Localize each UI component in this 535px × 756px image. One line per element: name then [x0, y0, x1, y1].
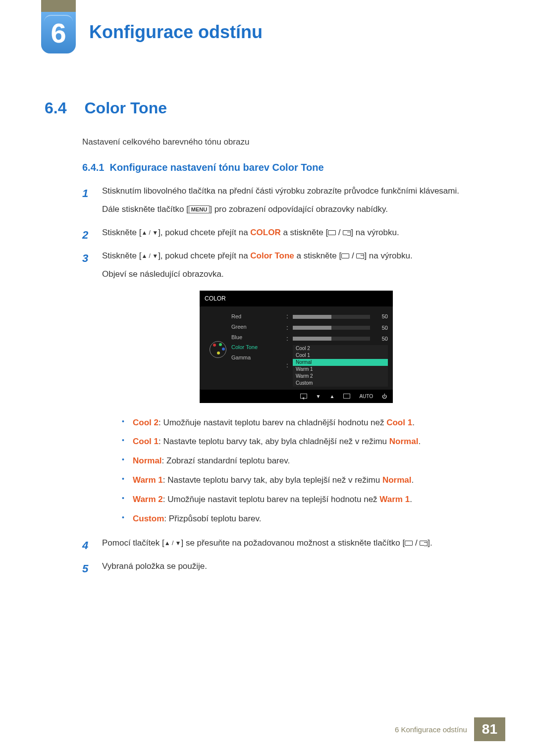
up-down-icon: ▲ / ▼	[141, 252, 158, 259]
enter-icon	[343, 230, 351, 235]
bullet-item: Warm 2: Umožňuje nastavit teplotu barev …	[122, 493, 490, 507]
back-icon: ◂	[300, 394, 307, 399]
osd-item-green: Green	[231, 322, 286, 332]
power-icon: ⏻	[382, 392, 387, 401]
footer-text: 6 Konfigurace odstínu	[388, 720, 474, 739]
osd-value-green: 50	[374, 323, 388, 333]
step-4: 4 Pomocí tlačítek [▲ / ▼] se přesuňte na…	[82, 536, 490, 554]
step-number: 4	[82, 536, 93, 554]
bullet-item: Warm 1: Nastavte teplotu barvy tak, aby …	[122, 473, 490, 488]
osd-screenshot: COLOR Red Green Blue Color Tone Gamma	[200, 291, 393, 403]
osd-dropdown: Cool 2 Cool 1 Normal Warm 1 Warm 2 Custo…	[293, 345, 388, 387]
enter-icon	[420, 541, 428, 546]
source-icon	[341, 253, 349, 258]
osd-item-red: Red	[231, 311, 286, 322]
step-1: 1 Stisknutím libovolného tlačítka na pře…	[82, 184, 490, 221]
section-title: Color Tone	[84, 99, 167, 117]
step-3: 3 Stiskněte [▲ / ▼], pokud chcete přejít…	[82, 249, 490, 531]
osd-item-gamma: Gamma	[231, 353, 286, 363]
step-number: 2	[82, 226, 93, 244]
bullet-item: Cool 2: Umožňuje nastavit teplotu barev …	[122, 416, 490, 430]
step-2: 2 Stiskněte [▲ / ▼], pokud chcete přejít…	[82, 226, 490, 244]
down-icon: ▼	[316, 392, 321, 401]
subsection-heading: 6.4.1 Konfigurace nastavení tónu barev C…	[82, 162, 490, 173]
osd-option: Cool 2	[293, 345, 388, 352]
step-text: Stiskněte [▲ / ▼], pokud chcete přejít n…	[102, 226, 490, 240]
chapter-title: Konfigurace odstínu	[89, 22, 263, 43]
osd-option: Warm 2	[293, 373, 388, 380]
page-footer: 6 Konfigurace odstínu 81	[388, 717, 505, 741]
keyword: Color Tone	[250, 251, 294, 260]
bullet-item: Cool 1: Nastavte teplotu barvy tak, aby …	[122, 435, 490, 449]
step-text: Stiskněte [▲ / ▼], pokud chcete přejít n…	[102, 249, 490, 263]
up-icon: ▲	[329, 392, 334, 401]
up-down-icon: ▲ / ▼	[141, 229, 158, 236]
step-number: 1	[82, 184, 93, 221]
step-text: Stisknutím libovolného tlačítka na předn…	[102, 184, 490, 199]
osd-menu: Red Green Blue Color Tone Gamma	[231, 311, 286, 387]
section-number: 6.4	[45, 99, 66, 117]
header-accent	[41, 0, 76, 12]
chapter-badge: 6	[41, 12, 76, 53]
osd-item-blue: Blue	[231, 332, 286, 343]
subsection-number: 6.4.1	[82, 162, 104, 173]
menu-key-icon: MENU	[189, 205, 210, 213]
subsection-title: Konfigurace nastavení tónu barev Color T…	[110, 162, 324, 173]
step-5: 5 Vybraná položka se použije.	[82, 559, 490, 578]
osd-footer: ◂ ▼ ▲ AUTO ⏻	[200, 390, 393, 403]
osd-value-red: 50	[374, 312, 388, 321]
step-text: Pomocí tlačítek [▲ / ▼] se přesuňte na p…	[102, 536, 490, 551]
osd-option: Warm 1	[293, 366, 388, 373]
osd-option-selected: Normal	[293, 359, 388, 366]
bullet-item: Normal: Zobrazí standardní teplotu barev…	[122, 454, 490, 468]
step-text: Objeví se následující obrazovka.	[102, 267, 490, 282]
step-number: 5	[82, 559, 93, 578]
keyword: COLOR	[250, 228, 280, 237]
step-text: Dále stiskněte tlačítko [MENU] pro zobra…	[102, 202, 490, 217]
auto-label: AUTO	[359, 392, 373, 401]
enter-icon	[356, 253, 364, 258]
step-number: 3	[82, 249, 93, 531]
footer-page-number: 81	[474, 717, 505, 741]
palette-icon	[210, 341, 226, 358]
bullet-item: Custom: Přizpůsobí teplotu barev.	[122, 512, 490, 526]
content-area: 6.4Color Tone Nastavení celkového barevn…	[0, 0, 535, 578]
step-text: Vybraná položka se použije.	[102, 559, 490, 574]
source-icon	[328, 230, 336, 235]
osd-title: COLOR	[200, 291, 393, 306]
osd-option: Custom	[293, 380, 388, 387]
section-intro: Nastavení celkového barevného tónu obraz…	[82, 137, 490, 147]
up-down-icon: ▲ / ▼	[164, 540, 181, 547]
source-icon	[405, 541, 413, 546]
section-heading: 6.4Color Tone	[45, 99, 490, 117]
osd-item-colortone: Color Tone	[231, 342, 286, 353]
osd-option: Cool 1	[293, 352, 388, 359]
enter-icon	[343, 394, 350, 399]
osd-value-blue: 50	[374, 334, 388, 344]
